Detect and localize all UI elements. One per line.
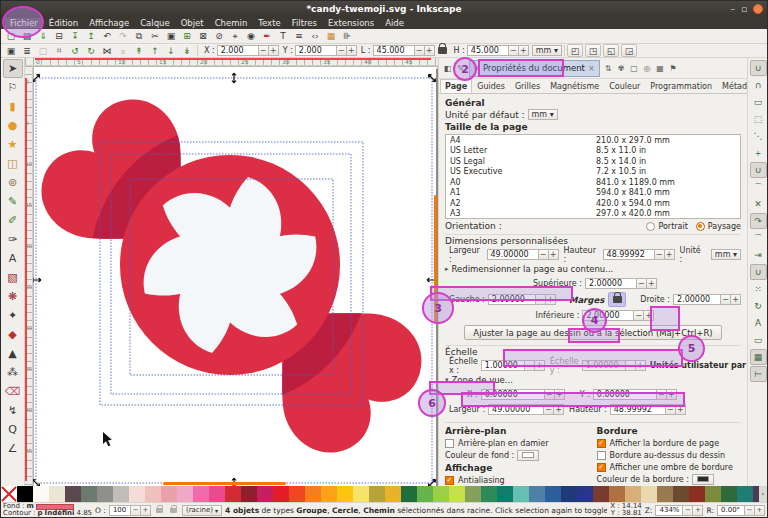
- tweak-tool[interactable]: ❋: [3, 287, 23, 306]
- palette-swatch-27[interactable]: [433, 486, 449, 502]
- palette-swatch-8[interactable]: [129, 486, 145, 502]
- layer-visibility-icon[interactable]: [156, 508, 163, 513]
- palette-swatch-40[interactable]: [641, 486, 657, 502]
- palette-swatch-29[interactable]: [465, 486, 481, 502]
- droite-field[interactable]: 2.00000−+: [673, 294, 741, 305]
- snap-tangent-icon[interactable]: ↷: [750, 213, 767, 229]
- lower-icon[interactable]: ↓: [163, 44, 179, 57]
- palette-swatch-42[interactable]: [673, 486, 689, 502]
- align-dialog-icon[interactable]: ≡: [291, 30, 307, 43]
- affect-scale-icon[interactable]: ◳: [585, 44, 601, 57]
- zoom-selection-icon[interactable]: ◉: [243, 30, 259, 43]
- checker-bg-checkbox[interactable]: [445, 439, 454, 448]
- rotate-ccw-icon[interactable]: ↺: [67, 44, 83, 57]
- panel-tab-programmation[interactable]: Programmation: [645, 79, 717, 93]
- layers-dialog-icon[interactable]: ▦: [323, 30, 339, 43]
- palette-swatch-12[interactable]: [193, 486, 209, 502]
- menu-filtres[interactable]: Filtres: [287, 18, 322, 28]
- palette-swatch-14[interactable]: [225, 486, 241, 502]
- fill-stroke-indicator[interactable]: Fond :m Contour :pIndéfini4.85: [3, 503, 92, 517]
- palette-swatch-4[interactable]: [65, 486, 81, 502]
- box3d-tool[interactable]: ◫: [3, 154, 23, 173]
- layer-dropdown[interactable]: (racine)▾: [182, 505, 222, 516]
- affect-corners-icon[interactable]: ◱: [603, 44, 619, 57]
- deselect-icon[interactable]: ▢: [35, 44, 51, 57]
- export-icon[interactable]: ↥: [83, 30, 99, 43]
- snap-bbox-edge-mid-icon[interactable]: ⋱: [750, 128, 767, 144]
- cut-icon[interactable]: ✂: [147, 30, 163, 43]
- panel-tab-guides[interactable]: Guides: [472, 79, 510, 93]
- width-field[interactable]: 45.000−+: [373, 45, 435, 56]
- rotate-cw-icon[interactable]: ↻: [83, 44, 99, 57]
- palette-swatch-10[interactable]: [161, 486, 177, 502]
- stroke-width[interactable]: 4.85: [76, 510, 92, 517]
- snap-path-icon[interactable]: ⌒: [750, 179, 767, 195]
- unlink-clone-icon[interactable]: ⊘: [211, 30, 227, 43]
- snap-enable-icon[interactable]: ∪: [750, 60, 767, 76]
- border-shadow-checkbox[interactable]: ✓: [597, 463, 606, 472]
- snap-guide-icon[interactable]: ⊢: [750, 366, 767, 382]
- raise-top-icon[interactable]: ↟: [131, 44, 147, 57]
- unite-dropdown[interactable]: mm ▾: [711, 249, 741, 260]
- show-border-checkbox[interactable]: ✓: [597, 439, 606, 448]
- palette-swatch-33[interactable]: [529, 486, 545, 502]
- border-on-top-checkbox[interactable]: [597, 451, 606, 460]
- snap-page-border-icon[interactable]: ▭: [750, 332, 767, 348]
- select-original-icon[interactable]: ⌖: [227, 30, 243, 43]
- minimize-button[interactable]: –: [730, 4, 735, 14]
- ellipse-tool[interactable]: ●: [3, 116, 23, 135]
- page-size-row-a0[interactable]: A0841.0 x 1189.0 mm: [446, 177, 740, 188]
- palette-swatch-9[interactable]: [145, 486, 161, 502]
- rotation-field[interactable]: 0.00°−+: [717, 505, 765, 516]
- affect-gradient-icon[interactable]: ◲: [621, 44, 637, 57]
- clone-icon[interactable]: ⊠: [195, 30, 211, 43]
- vertical-ruler[interactable]: 051015202530354045: [25, 66, 33, 486]
- selector-tool[interactable]: ➤: [3, 59, 23, 78]
- palette-swatch-6[interactable]: [97, 486, 113, 502]
- palette-swatch-32[interactable]: [513, 486, 529, 502]
- page-size-row-a1[interactable]: A1594.0 x 841.0 mm: [446, 188, 740, 199]
- new-page-icon[interactable]: ▢: [628, 62, 641, 75]
- palette-swatch-16[interactable]: [257, 486, 273, 502]
- redo-icon[interactable]: ↷: [115, 30, 131, 43]
- panel-tab-couleur[interactable]: Couleur: [604, 79, 645, 93]
- menu-texte[interactable]: Texte: [253, 18, 285, 28]
- resize-to-content-expander[interactable]: ▸Redimensionner la page au contenu...: [445, 264, 741, 274]
- paint-bucket-tool[interactable]: ◆: [3, 325, 23, 344]
- zoom-tool[interactable]: Q: [3, 420, 23, 439]
- menu-chemin[interactable]: Chemin: [210, 18, 253, 28]
- default-unit-dropdown[interactable]: mm ▾: [528, 109, 558, 120]
- paysage-radio[interactable]: [696, 222, 705, 231]
- page-size-row-us-legal[interactable]: US Legal8.5 x 14.0 in: [446, 156, 740, 167]
- print-icon[interactable]: ⊟: [51, 30, 67, 43]
- swatches-icon[interactable]: ⇅: [602, 62, 615, 75]
- find-icon[interactable]: ◎: [641, 62, 654, 75]
- palette-swatch-30[interactable]: [481, 486, 497, 502]
- undo-icon[interactable]: ↶: [99, 30, 115, 43]
- palette-swatch-15[interactable]: [241, 486, 257, 502]
- palette-swatch-37[interactable]: [593, 486, 609, 502]
- page-size-row-a2[interactable]: A2420.0 x 594.0 mm: [446, 198, 740, 209]
- menu-édition[interactable]: Édition: [44, 18, 83, 28]
- portrait-radio[interactable]: [646, 222, 655, 231]
- rectangle-tool[interactable]: ▮: [3, 97, 23, 116]
- snap-arc-icon[interactable]: ⌒: [750, 230, 767, 246]
- palette-swatch-5[interactable]: [81, 486, 97, 502]
- eraser-tool[interactable]: ⌫: [3, 382, 23, 401]
- palette-swatch-23[interactable]: [369, 486, 385, 502]
- close-button[interactable]: [753, 4, 763, 14]
- palette-swatch-44[interactable]: [705, 486, 721, 502]
- height-field[interactable]: 45.000−+: [467, 45, 529, 56]
- lock-ratio-icon[interactable]: [438, 47, 447, 54]
- node-tool[interactable]: ⚐: [3, 78, 23, 97]
- snap-midpoint-icon[interactable]: ⁙: [750, 281, 767, 297]
- snap-bbox-icon[interactable]: ∩: [750, 77, 767, 93]
- page-size-list[interactable]: A4210.0 x 297.0 mmUS Letter8.5 x 11.0 in…: [445, 134, 741, 219]
- palette-swatch-31[interactable]: [497, 486, 513, 502]
- hauteur-field[interactable]: 48.99992−+: [603, 249, 675, 260]
- palette-swatch-25[interactable]: [401, 486, 417, 502]
- palette-swatch-36[interactable]: [577, 486, 593, 502]
- drawing-canvas[interactable]: [33, 66, 438, 486]
- largeur-field[interactable]: 49.00000−+: [487, 249, 559, 260]
- select-all-icon[interactable]: ▣: [3, 44, 19, 57]
